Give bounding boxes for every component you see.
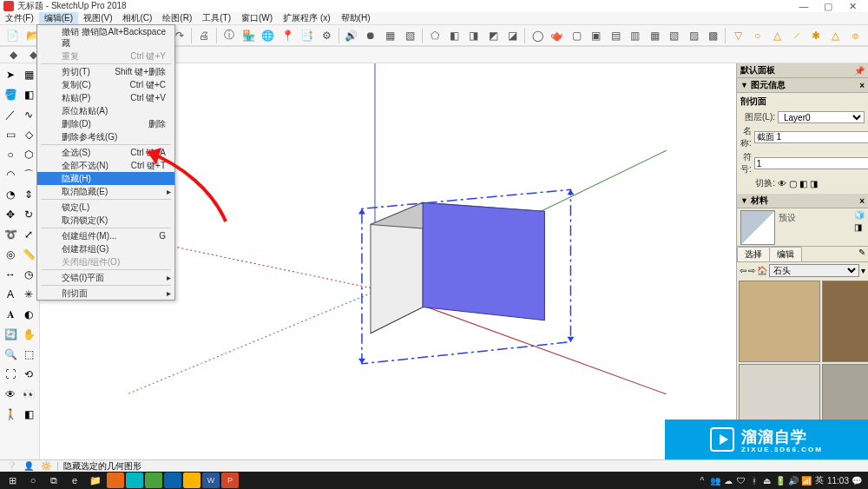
offset-tool-icon[interactable]: ◎ xyxy=(2,245,19,264)
edit-menu-item[interactable]: 全选(S)Ctrl 键+A xyxy=(37,146,174,159)
view-iso-icon[interactable]: ▽ xyxy=(728,27,747,44)
rectangle-tool-icon[interactable]: ▭ xyxy=(2,125,19,144)
tray-battery-icon[interactable]: 🔋 xyxy=(775,476,786,486)
anim2-icon[interactable]: ▧ xyxy=(400,27,419,44)
menu-extensions[interactable]: 扩展程序 (x) xyxy=(278,12,335,24)
circle-style-icon[interactable]: ◯ xyxy=(528,27,547,44)
tray-pin-icon[interactable]: 📌 xyxy=(854,66,865,76)
materials-home-icon[interactable]: 🏠 xyxy=(757,266,767,275)
menu-edit[interactable]: 编辑(E) xyxy=(39,12,78,24)
solid-union-icon[interactable]: ⬠ xyxy=(425,27,444,44)
solid-subtract-icon[interactable]: ◨ xyxy=(464,27,483,44)
audio-icon[interactable]: 🔊 xyxy=(342,27,361,44)
print-icon[interactable]: 🖨 xyxy=(194,27,214,44)
section-display-icon[interactable]: ◧ xyxy=(20,405,37,424)
tray-volume-icon[interactable]: 🔊 xyxy=(788,476,799,486)
pushpull-tool-icon[interactable]: ⇕ xyxy=(20,185,37,204)
axes-tool-icon[interactable]: ✳ xyxy=(20,285,37,304)
position-camera-icon[interactable]: 👁 xyxy=(2,385,19,404)
rotated-rect-tool-icon[interactable]: ◇ xyxy=(20,125,37,144)
maximize-button[interactable]: ▢ xyxy=(816,1,840,12)
toggle-cut-icon[interactable]: ▢ xyxy=(789,179,797,188)
freehand-tool-icon[interactable]: ∿ xyxy=(20,105,37,124)
materials-tab-edit[interactable]: 编辑 xyxy=(769,247,802,261)
extension-manager-icon[interactable]: ⚙ xyxy=(317,27,336,44)
menu-draw[interactable]: 绘图(R) xyxy=(157,12,197,24)
anim1-icon[interactable]: ▦ xyxy=(381,27,400,44)
powerpoint-icon[interactable]: P xyxy=(221,472,239,488)
3dtext-tool-icon[interactable]: 𝐀 xyxy=(2,305,19,324)
tray-ime-icon[interactable]: 英 xyxy=(814,474,825,486)
polygon-tool-icon[interactable]: ⬡ xyxy=(20,145,37,164)
edit-menu-item[interactable]: 隐藏(H) xyxy=(37,172,174,185)
status-person-icon[interactable]: 👤 xyxy=(23,461,35,472)
section-tool-icon[interactable]: ◐ xyxy=(20,305,37,324)
material-create-icon[interactable]: 🧊 xyxy=(854,210,865,220)
view-back-icon[interactable]: ✱ xyxy=(806,27,825,44)
component-tool-icon[interactable]: ▦ xyxy=(20,65,37,84)
name-input[interactable] xyxy=(754,131,868,143)
add-location-icon[interactable]: 📍 xyxy=(278,27,297,44)
edit-menu-item[interactable]: 锁定(L) xyxy=(37,201,174,214)
circle-tool-icon[interactable]: ○ xyxy=(2,145,19,164)
render5-icon[interactable]: ▦ xyxy=(645,27,664,44)
tray-clock[interactable]: 11:03 xyxy=(827,476,849,486)
edit-menu-item[interactable]: 删除参考线(G) xyxy=(37,130,174,143)
pan-tool-icon[interactable]: ✋ xyxy=(20,325,37,344)
menu-window[interactable]: 窗口(W) xyxy=(236,12,278,24)
render3-icon[interactable]: ▤ xyxy=(606,27,625,44)
previous-view-icon[interactable]: ⟲ xyxy=(20,365,37,384)
record-icon[interactable]: ⏺ xyxy=(361,27,380,44)
status-help-icon[interactable]: ❔ xyxy=(5,461,17,472)
render1-icon[interactable]: ▢ xyxy=(567,27,586,44)
tray-wifi-icon[interactable]: 📶 xyxy=(801,476,812,486)
pie-tool-icon[interactable]: ◔ xyxy=(2,185,19,204)
view-top-icon[interactable]: ○ xyxy=(748,27,767,44)
menu-help[interactable]: 帮助(H) xyxy=(336,12,376,24)
menu-file[interactable]: 文件(F) xyxy=(0,12,39,24)
symbol-input[interactable] xyxy=(754,157,868,169)
zoom-tool-icon[interactable]: 🔍 xyxy=(2,345,19,364)
scale-tool-icon[interactable]: ⤢ xyxy=(20,225,37,244)
status-geo-icon[interactable]: 🔆 xyxy=(40,461,52,472)
view-persp-icon[interactable]: ⌾ xyxy=(845,27,865,44)
edit-menu-item[interactable]: 创建群组(G) xyxy=(37,242,174,255)
tray-people-icon[interactable]: 👥 xyxy=(710,476,720,486)
view-right-icon[interactable]: ⟋ xyxy=(787,27,806,44)
text-tool-icon[interactable]: A xyxy=(2,285,19,304)
edit-menu-item[interactable]: 交错(I)平面▸ xyxy=(37,271,174,284)
edit-menu-item[interactable]: 取消隐藏(E)▸ xyxy=(37,185,174,198)
cortana-icon[interactable]: ○ xyxy=(23,472,43,488)
materials-close-icon[interactable]: × xyxy=(859,196,865,206)
taskbar-app3-icon[interactable] xyxy=(164,472,181,488)
material-preview-swatch[interactable] xyxy=(740,210,775,245)
edit-menu-item[interactable]: 全部不选(N)Ctrl 键+T xyxy=(37,159,174,172)
solid-trim-icon[interactable]: ◩ xyxy=(483,27,503,44)
teapot-icon[interactable]: 🫖 xyxy=(548,27,567,44)
materials-menu-icon[interactable]: ▾ xyxy=(861,266,865,275)
minimize-button[interactable]: — xyxy=(792,1,816,11)
style-thumb1-icon[interactable]: ◆ xyxy=(3,46,23,63)
edit-menu-item[interactable]: 撤销 撤销隐藏Alt+Backspace xyxy=(37,25,174,50)
followme-tool-icon[interactable]: ➰ xyxy=(2,225,19,244)
materials-header[interactable]: ▼材料 × xyxy=(737,194,868,208)
materials-tab-select[interactable]: 选择 xyxy=(737,247,770,261)
move-tool-icon[interactable]: ✥ xyxy=(2,205,19,224)
zoom-window-icon[interactable]: ⬚ xyxy=(20,345,37,364)
menu-view[interactable]: 视图(V) xyxy=(78,12,117,24)
toggle-visible-icon[interactable]: 👁 xyxy=(778,179,786,188)
wechat-icon[interactable] xyxy=(145,472,162,488)
render4-icon[interactable]: ▥ xyxy=(626,27,645,44)
arc2-tool-icon[interactable]: ⌒ xyxy=(20,165,37,184)
edit-menu-item[interactable]: 取消锁定(K) xyxy=(37,214,174,227)
orbit-tool-icon[interactable]: 🔄 xyxy=(2,325,19,344)
close-button[interactable]: ✕ xyxy=(840,1,865,12)
taskbar-app4-icon[interactable] xyxy=(183,472,201,488)
edit-menu-item[interactable]: 原位粘贴(A) xyxy=(37,104,174,117)
solid-split-icon[interactable]: ◪ xyxy=(503,27,523,44)
taskbar-app2-icon[interactable] xyxy=(126,472,143,488)
layers-icon[interactable]: 📑 xyxy=(298,27,317,44)
tray-up-icon[interactable]: ^ xyxy=(697,476,707,486)
solid-intersect-icon[interactable]: ◧ xyxy=(444,27,464,44)
3dwarehouse-icon[interactable]: 🌐 xyxy=(259,27,278,44)
